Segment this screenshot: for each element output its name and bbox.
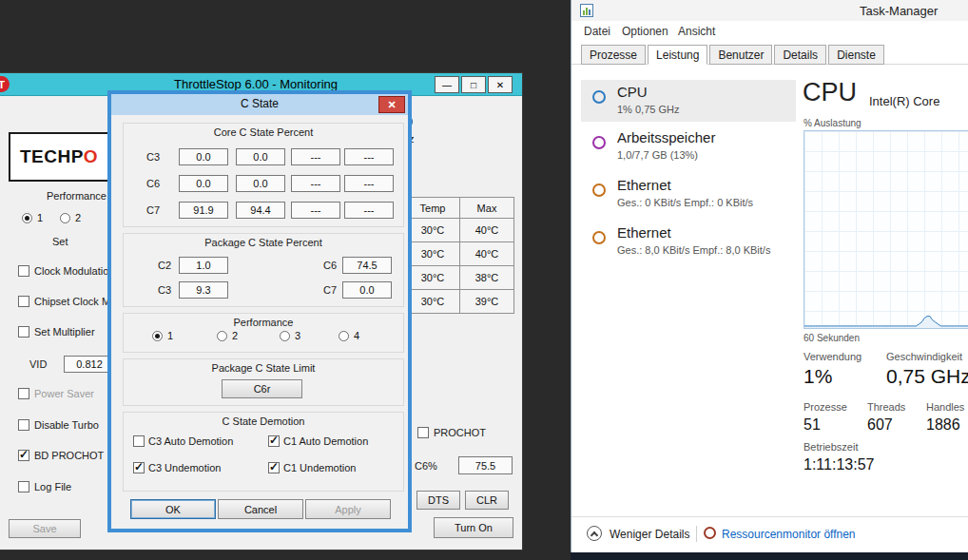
c6-percent-field[interactable]: 75.5 (458, 456, 513, 474)
vid-label: VID (29, 358, 47, 370)
log-file-checkbox[interactable]: Log File (18, 481, 71, 492)
taskmanager-titlebar[interactable]: Task-Manager (571, 0, 968, 21)
logo-text-red: O (84, 146, 98, 167)
taskmanager-icon (580, 4, 593, 17)
c1-auto-demotion-checkbox[interactable]: C1 Auto Demotion (268, 435, 368, 447)
sidebar-item-name: Arbeitsspeicher (617, 129, 715, 145)
sidebar-item-ethernet-1[interactable]: Ethernet Ges.: 0 KBit/s Empf.: 0 KBit/s (581, 173, 796, 215)
c1-undemotion-checkbox[interactable]: C1 Undemotion (268, 462, 356, 473)
sidebar-item-arbeitsspeicher[interactable]: Arbeitsspeicher 1,0/7,7 GB (13%) (581, 126, 796, 167)
sidebar-item-name: CPU (617, 84, 648, 100)
throttlestop-app-icon: T (0, 76, 10, 92)
disable-turbo-checkbox[interactable]: Disable Turbo (18, 419, 99, 431)
menu-datei[interactable]: Datei (584, 25, 610, 38)
stat-value-prozesse: 51 (803, 416, 821, 434)
max-cell: 40°C (460, 242, 514, 266)
package-value-field: 0.0 (342, 281, 392, 299)
c3-auto-demotion-checkbox[interactable]: C3 Auto Demotion (133, 435, 233, 447)
sidebar-item-ethernet-2[interactable]: Ethernet Ges.: 8,0 KBit/s Empf.: 8,0 KBi… (581, 221, 796, 262)
clr-button[interactable]: CLR (465, 491, 509, 510)
max-cell: 40°C (460, 219, 514, 242)
maximize-button[interactable]: □ (461, 76, 486, 93)
c6r-button[interactable]: C6r (222, 379, 302, 398)
row-label: C3 (146, 151, 160, 163)
toggle-details-label: Weniger Details (610, 528, 689, 541)
stat-label-prozesse: Prozesse (803, 401, 847, 413)
ok-button[interactable]: OK (130, 499, 216, 519)
core-value-field: --- (344, 148, 394, 165)
tab-leistung[interactable]: Leistung (648, 45, 707, 65)
chipset-clock-mod-checkbox[interactable]: Chipset Clock Mod (18, 296, 122, 307)
ethernet-graph-icon (592, 183, 606, 197)
close-button[interactable]: ✕ (488, 76, 513, 93)
tab-details[interactable]: Details (774, 45, 826, 65)
collapse-details-icon (587, 526, 602, 541)
cpu-usage-line (804, 317, 968, 326)
menu-optionen[interactable]: Optionen (622, 25, 668, 38)
table-row: 30°C 39°C (406, 290, 514, 314)
max-cell: 39°C (460, 290, 514, 314)
techpowerup-logo: TECHPO (9, 132, 109, 182)
resource-monitor-link[interactable]: Ressourcenmonitor öffnen (722, 528, 856, 541)
group-title: C State Demotion (124, 415, 403, 427)
save-button[interactable]: Save (9, 519, 81, 538)
bd-prochot-checkbox[interactable]: BD PROCHOT (18, 450, 104, 461)
core-value-field: --- (344, 175, 394, 192)
clock-modulation-checkbox[interactable]: Clock Modulation (18, 265, 114, 277)
core-value-field: 94.4 (236, 202, 285, 219)
checkbox-label: C3 Auto Demotion (148, 435, 233, 447)
radio-label: 1 (167, 330, 173, 341)
tab-prozesse[interactable]: Prozesse (581, 45, 646, 65)
cpu-usage-graph (803, 130, 968, 329)
radio-label: 2 (75, 212, 81, 223)
performance-radio-2[interactable]: 2 (217, 330, 238, 341)
tab-dienste[interactable]: Dienste (828, 45, 884, 65)
set-heading: Set (52, 236, 68, 247)
profile-radio-2[interactable]: 2 (60, 212, 81, 223)
temperature-table: Temp Max 30°C 40°C 30°C 40°C 30°C 38°C 3… (405, 197, 514, 314)
dts-button[interactable]: DTS (416, 491, 460, 510)
checkbox-label: C1 Auto Demotion (283, 435, 368, 447)
stat-label-betriebszeit: Betriebszeit (803, 441, 858, 453)
menu-ansicht[interactable]: Ansicht (678, 25, 715, 38)
sidebar-item-name: Ethernet (617, 224, 671, 241)
minimize-button[interactable]: — (435, 76, 459, 93)
core-value-field: 0.0 (236, 175, 285, 192)
resource-monitor-icon (704, 527, 716, 539)
prochot-checkbox[interactable]: PROCHOT (417, 427, 486, 438)
taskmanager-window-title: Task-Manager (860, 4, 938, 18)
sidebar-item-cpu[interactable]: CPU 1% 0,75 GHz (581, 80, 796, 122)
toggle-details-button[interactable]: Weniger Details (571, 517, 693, 552)
memory-graph-icon (592, 136, 606, 149)
performance-group: Performance 1 2 3 4 (123, 313, 404, 353)
table-row: 30°C 40°C (406, 242, 514, 266)
stat-value-handles: 1886 (926, 416, 960, 434)
performance-heading: Performance (47, 190, 106, 202)
tab-benutzer[interactable]: Benutzer (709, 45, 772, 65)
performance-radio-3[interactable]: 3 (280, 330, 300, 341)
checkbox-box (18, 419, 29, 431)
stat-value-geschwindigkeit: 0,75 GHz (886, 365, 968, 388)
radio-label: 3 (295, 330, 300, 341)
dialog-close-button[interactable]: ✕ (378, 96, 405, 113)
row-label: C2 (158, 260, 171, 271)
radio-circle (22, 213, 32, 223)
radio-circle (60, 213, 70, 223)
cancel-button[interactable]: Cancel (218, 499, 303, 519)
checkbox-label: Clock Modulation (34, 265, 114, 277)
temp-cell: 30°C (406, 290, 460, 314)
temp-cell: 30°C (406, 266, 460, 290)
turn-on-button[interactable]: Turn On (434, 517, 513, 538)
row-label: C7 (146, 204, 160, 216)
core-value-field: 0.0 (179, 175, 228, 192)
group-title: Package C State Limit (124, 362, 403, 374)
set-multiplier-checkbox[interactable]: Set Multiplier (18, 326, 95, 338)
performance-radio-4[interactable]: 4 (339, 330, 359, 341)
taskmanager-footer: Weniger Details Ressourcenmonitor öffnen (571, 516, 968, 552)
profile-radio-1[interactable]: 1 (22, 212, 43, 223)
performance-radio-1[interactable]: 1 (152, 330, 173, 341)
checkbox-box (133, 462, 145, 473)
apply-button[interactable]: Apply (305, 499, 391, 519)
c3-undemotion-checkbox[interactable]: C3 Undemotion (133, 462, 221, 473)
power-saver-checkbox[interactable]: Power Saver (18, 388, 94, 399)
